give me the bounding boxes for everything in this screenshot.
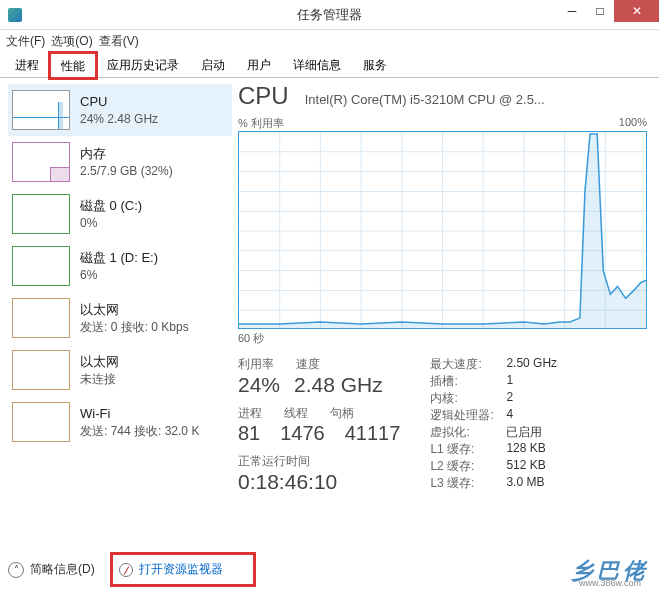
maximize-button[interactable]: □ <box>586 0 614 22</box>
tab-app-history[interactable]: 应用历史记录 <box>96 52 190 77</box>
threads-value: 1476 <box>280 422 325 445</box>
ethernet-thumb-icon <box>12 298 70 338</box>
sidebar-item-title: CPU <box>80 93 158 111</box>
uptime-value: 0:18:46:10 <box>238 470 400 494</box>
cpu-thumb-icon <box>12 90 70 130</box>
cpu-utilization-chart[interactable] <box>238 131 647 329</box>
title-bar: 任务管理器 ─ □ ✕ <box>0 0 659 30</box>
stats-panel: 利用率速度 24%2.48 GHz 进程线程句柄 81147641117 正常运… <box>238 356 647 494</box>
ethernet-thumb-icon <box>12 350 70 390</box>
tab-services[interactable]: 服务 <box>352 52 398 77</box>
window-title: 任务管理器 <box>297 6 362 24</box>
sidebar-item-cpu[interactable]: CPU24% 2.48 GHz <box>8 84 232 136</box>
tab-startup[interactable]: 启动 <box>190 52 236 77</box>
tab-details[interactable]: 详细信息 <box>282 52 352 77</box>
cores: 2 <box>506 390 513 407</box>
max-speed: 2.50 GHz <box>506 356 557 373</box>
chart-label-max: 100% <box>619 116 647 131</box>
sidebar-item-sub: 24% 2.48 GHz <box>80 111 158 127</box>
speed-value: 2.48 GHz <box>294 373 383 397</box>
menu-bar: 文件(F) 选项(O) 查看(V) <box>0 30 659 52</box>
handles-value: 41117 <box>345 422 401 445</box>
tab-users[interactable]: 用户 <box>236 52 282 77</box>
chart-label-y: % 利用率 <box>238 116 284 131</box>
wifi-thumb-icon <box>12 402 70 442</box>
fewer-details-button[interactable]: ˄ 简略信息(D) <box>8 561 95 578</box>
disk-thumb-icon <box>12 246 70 286</box>
tab-bar: 进程 性能 应用历史记录 启动 用户 详细信息 服务 <box>0 52 659 78</box>
chart-container: % 利用率 100% 60 秒 <box>238 116 647 346</box>
l1-cache: 128 KB <box>506 441 545 458</box>
footer: ˄ 简略信息(D) 打开资源监视器 <box>8 555 651 584</box>
sidebar-item-ethernet1[interactable]: 以太网未连接 <box>8 344 232 396</box>
close-button[interactable]: ✕ <box>614 0 659 22</box>
open-resource-monitor-link[interactable]: 打开资源监视器 <box>113 555 253 584</box>
disk-thumb-icon <box>12 194 70 234</box>
l2-cache: 512 KB <box>506 458 545 475</box>
virtualization: 已启用 <box>506 424 542 441</box>
sockets: 1 <box>506 373 513 390</box>
page-title: CPU <box>238 82 289 110</box>
processes-value: 81 <box>238 422 260 445</box>
resource-monitor-icon <box>119 563 133 577</box>
logical-procs: 4 <box>506 407 513 424</box>
menu-options[interactable]: 选项(O) <box>51 33 92 50</box>
chart-label-x: 60 秒 <box>238 331 647 346</box>
sidebar[interactable]: CPU24% 2.48 GHz 内存2.5/7.9 GB (32%) 磁盘 0 … <box>0 78 232 550</box>
sidebar-item-disk0[interactable]: 磁盘 0 (C:)0% <box>8 188 232 240</box>
memory-thumb-icon <box>12 142 70 182</box>
main-panel: CPU Intel(R) Core(TM) i5-3210M CPU @ 2.5… <box>232 78 659 550</box>
content-area: CPU24% 2.48 GHz 内存2.5/7.9 GB (32%) 磁盘 0 … <box>0 78 659 550</box>
tab-performance[interactable]: 性能 <box>50 53 96 78</box>
sidebar-item-ethernet0[interactable]: 以太网发送: 0 接收: 0 Kbps <box>8 292 232 344</box>
window-controls: ─ □ ✕ <box>558 0 659 22</box>
app-icon <box>8 8 22 22</box>
utilization-value: 24% <box>238 373 280 397</box>
tab-processes[interactable]: 进程 <box>4 52 50 77</box>
sidebar-item-memory[interactable]: 内存2.5/7.9 GB (32%) <box>8 136 232 188</box>
cpu-model: Intel(R) Core(TM) i5-3210M CPU @ 2.5... <box>305 92 647 107</box>
sidebar-item-wifi[interactable]: Wi-Fi发送: 744 接收: 32.0 K <box>8 396 232 448</box>
menu-file[interactable]: 文件(F) <box>6 33 45 50</box>
chevron-up-icon: ˄ <box>8 562 24 578</box>
minimize-button[interactable]: ─ <box>558 0 586 22</box>
l3-cache: 3.0 MB <box>506 475 544 492</box>
sidebar-item-disk1[interactable]: 磁盘 1 (D: E:)6% <box>8 240 232 292</box>
menu-view[interactable]: 查看(V) <box>99 33 139 50</box>
